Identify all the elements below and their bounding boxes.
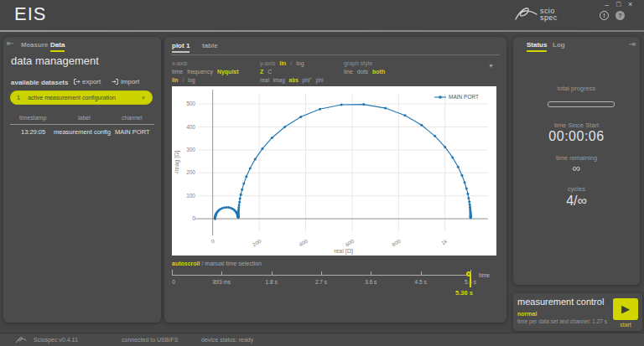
sciospec-footer-icon <box>15 335 27 345</box>
time-slider[interactable]: 0893 ms1.8 s2.7 s3.6 s4.5 s5.4 s time 5.… <box>172 268 497 295</box>
slider-tick-label: 1.8 s <box>266 279 278 285</box>
sciospec-logo-icon <box>513 4 538 24</box>
scale-separator: / <box>290 60 292 66</box>
slider-tick <box>172 270 173 276</box>
slider-handle[interactable] <box>466 271 471 276</box>
slider-tick-label: 2.7 s <box>315 279 327 285</box>
measurement-mode[interactable]: normal <box>517 311 537 317</box>
y-component-imag[interactable]: imag <box>273 77 285 83</box>
x-scale-lin[interactable]: lin <box>172 77 179 83</box>
help-icon[interactable]: ? <box>615 11 625 20</box>
titlebar: EIS scio spec – □ × ! ? <box>0 0 644 30</box>
svg-text:1k: 1k <box>440 238 449 246</box>
app-title: EIS <box>14 3 46 25</box>
y-component-abs[interactable]: abs <box>289 77 299 83</box>
slider-tick <box>272 271 273 276</box>
logo-text-spec: spec <box>540 14 558 21</box>
app-window: EIS scio spec – □ × ! ? ⇤ Measure Data d… <box>0 0 644 346</box>
svg-text:300: 300 <box>186 147 195 152</box>
tab-log[interactable]: Log <box>553 41 565 50</box>
slider-time-label: time <box>479 272 490 278</box>
start-button-label: start <box>613 322 638 328</box>
x-axis-label: x-axis <box>172 60 187 66</box>
slider-tick <box>371 271 371 276</box>
dataset-index: 1 <box>17 95 20 101</box>
slider-tick-label: 0 <box>172 279 175 285</box>
slider-tick <box>421 271 422 276</box>
autoscroll-toggle[interactable]: autoscroll <box>172 261 200 266</box>
tab-measure[interactable]: Measure <box>21 41 48 50</box>
y-component-real[interactable]: real <box>260 77 269 83</box>
svg-text:200: 200 <box>252 238 262 248</box>
y-axis-controls: y-axis lin / log Z C real imag abs phi° … <box>260 60 325 85</box>
svg-text:400: 400 <box>298 238 309 248</box>
manual-time-selection-toggle[interactable]: manual time selection <box>205 261 262 266</box>
device-status: device status: ready <box>201 337 253 343</box>
svg-text:0: 0 <box>210 238 216 245</box>
y-component-phi[interactable]: phi <box>316 77 324 83</box>
collapse-left-icon[interactable]: ⇤ <box>7 39 13 48</box>
import-button[interactable]: import <box>112 78 139 85</box>
sciospec-logo: scio spec <box>513 4 558 24</box>
connection-status: connected to USB/FS <box>122 337 178 343</box>
slider-tick <box>221 271 222 276</box>
graph-style-both[interactable]: both <box>372 69 385 75</box>
svg-text:-imag [Ω]: -imag [Ω] <box>174 151 180 175</box>
maximize-icon[interactable]: □ <box>616 1 621 8</box>
collapse-right-icon[interactable]: ⇥ <box>629 39 636 49</box>
x-axis-option-time[interactable]: time <box>172 69 183 75</box>
svg-text:real [Ω]: real [Ω] <box>334 248 353 255</box>
info-icon[interactable]: ! <box>600 11 609 20</box>
slider-cursor-line <box>470 275 471 287</box>
x-axis-option-nyquist[interactable]: Nyquist <box>217 69 239 75</box>
chevron-down-icon[interactable]: ▼ <box>141 96 146 101</box>
dataset-label: active measurement configuration <box>28 95 116 101</box>
data-management-panel: ⇤ Measure Data data management available… <box>3 37 161 323</box>
svg-text:200: 200 <box>186 169 195 175</box>
time-since-start-label: time Since Start <box>513 121 640 129</box>
svg-text:600: 600 <box>345 238 356 248</box>
tab-plot-1[interactable]: plot 1 <box>172 42 190 53</box>
slider-tick <box>321 271 322 276</box>
y-quantity-c[interactable]: C <box>267 69 272 75</box>
x-axis-option-frequency[interactable]: frequency <box>187 69 213 75</box>
cycles-label: cycles <box>513 185 640 193</box>
slider-tick-label: 3.6 s <box>365 279 377 285</box>
start-button[interactable]: ▶ <box>613 298 638 320</box>
export-label: export <box>82 78 101 85</box>
tabs-divider <box>171 54 500 55</box>
table-header-divider <box>10 124 154 125</box>
tab-data[interactable]: Data <box>50 41 65 52</box>
svg-text:800: 800 <box>391 238 402 248</box>
y-axis-label: y-axis <box>260 60 275 66</box>
x-scale-log[interactable]: log <box>188 77 195 83</box>
y-scale-lin[interactable]: lin <box>279 60 286 66</box>
graph-style-label: graph style <box>344 60 372 66</box>
y-quantity-z[interactable]: Z <box>260 69 263 75</box>
y-scale-log[interactable]: log <box>296 60 304 66</box>
app-version: Sciospec v0.4.11 <box>34 337 78 343</box>
export-button[interactable]: export <box>73 78 101 85</box>
column-header-label: label <box>78 115 91 121</box>
nyquist-chart-svg[interactable]: 02004006008001k0100200300400500real [Ω]-… <box>172 86 496 256</box>
total-progress-label: total progress <box>513 85 640 92</box>
titlebar-divider <box>0 30 644 32</box>
nyquist-chart[interactable]: 02004006008001k0100200300400500real [Ω]-… <box>172 86 496 256</box>
tab-table[interactable]: table <box>202 42 218 51</box>
minimize-icon[interactable]: – <box>605 2 609 9</box>
graph-style-controls: graph style line dots both <box>344 60 387 77</box>
active-dataset-selector[interactable]: 1 active measurement configuration ▼ <box>10 90 153 105</box>
graph-style-line[interactable]: line <box>344 69 353 75</box>
page-title: data management <box>11 54 99 67</box>
graph-style-dots[interactable]: dots <box>357 69 368 75</box>
tab-status[interactable]: Status <box>527 41 547 52</box>
current-time-value: 5.36 s <box>455 289 473 297</box>
time-remaining-value: ∞ <box>513 162 640 174</box>
y-component-phi-deg[interactable]: phi° <box>303 77 312 83</box>
slider-tick-label: 893 ms <box>213 279 231 285</box>
svg-text:500: 500 <box>186 101 195 106</box>
plot-options-dropdown-icon[interactable]: ▼ <box>488 63 494 69</box>
time-remaining-label: time remaining <box>513 154 640 162</box>
svg-text:100: 100 <box>186 193 195 199</box>
close-icon[interactable]: × <box>628 1 632 8</box>
